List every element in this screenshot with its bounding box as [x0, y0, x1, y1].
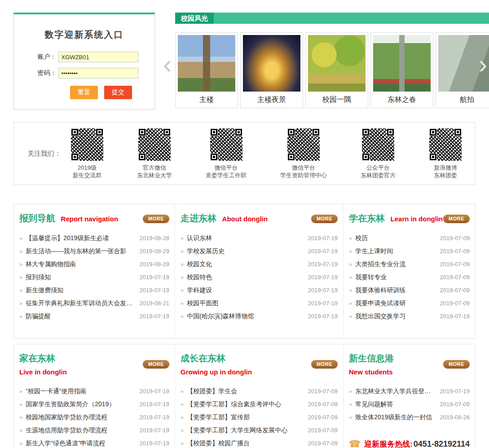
list-item-date: 2019-07-09 — [440, 248, 470, 255]
list-item[interactable]: » 我要申请免试读研 2019-07-09 — [349, 297, 470, 310]
account-input[interactable] — [58, 52, 138, 62]
list-item-text[interactable]: 报到须知 — [26, 273, 135, 281]
double-angle-bullet-icon: » — [19, 414, 22, 421]
list-item-text[interactable]: 新生活动——我与东林的第一张合影 — [26, 247, 135, 255]
campus-photo — [178, 35, 235, 92]
more-button[interactable]: MORE — [311, 360, 338, 368]
submit-button[interactable]: 提交 — [104, 86, 132, 99]
list-item-text[interactable]: 校园地国家助学贷款办理流程 — [26, 413, 135, 422]
list-item-text[interactable]: 校园平面图 — [187, 299, 303, 307]
list-item[interactable]: » 东北林业大学入学兵役登记... 2019-07-19 — [349, 385, 470, 398]
gallery-card[interactable]: 主楼夜景 — [240, 32, 303, 108]
list-item-date: 2019-07-09 — [308, 440, 338, 447]
list-item[interactable]: » 大类招生专业分流 2019-07-09 — [349, 258, 470, 271]
list-item-text[interactable]: 我要申请免试读研 — [355, 299, 435, 307]
list-item-text[interactable]: 中国(哈尔滨)森林博物馆 — [187, 312, 303, 321]
list-item[interactable]: » 新生入学“绿色通道”申请流程 2019-07-19 — [19, 437, 169, 448]
list-item-text[interactable]: 防骗提醒 — [26, 312, 135, 321]
list-item-text[interactable]: 学生上课时间 — [355, 247, 435, 255]
list-item-text[interactable]: 征集开学典礼和新生军训动员大会发言... — [26, 299, 135, 307]
qr-item: 微信平台 学生资助管理中心 — [280, 128, 327, 179]
list-item-text[interactable]: 【党委学工部】综合素质考评中心 — [187, 400, 303, 408]
more-button[interactable]: MORE — [443, 215, 470, 223]
list-item[interactable]: » 认识东林 2019-07-19 — [181, 232, 338, 245]
list-item-text[interactable]: 认识东林 — [187, 234, 303, 242]
qr-code-icon — [287, 128, 320, 161]
list-item-text[interactable]: 东北林业大学入学兵役登记... — [355, 387, 435, 395]
qr-caption-line2: 东北林业大学 — [137, 171, 172, 179]
list-item[interactable]: » 校历 2019-07-09 — [349, 232, 470, 245]
list-item-text[interactable]: 校园特色 — [187, 273, 303, 281]
list-item-text[interactable]: 常见问题解答 — [355, 400, 435, 408]
list-item[interactable]: » 报到须知 2019-07-19 — [19, 271, 169, 284]
list-item-text[interactable]: 学校发展历史 — [187, 247, 303, 255]
double-angle-bullet-icon: » — [349, 274, 352, 281]
list-item-text[interactable]: 新生缴费须知 — [26, 286, 135, 294]
list-item-text[interactable]: 我要转专业 — [355, 273, 435, 281]
list-item-text[interactable]: 我要体验科研训练 — [355, 286, 435, 294]
gallery-card[interactable]: 校园一隅 — [305, 32, 368, 108]
section-title-zh: 走进东林 — [181, 213, 216, 223]
list-item-text[interactable]: 【党委学工部】宣传部 — [187, 413, 303, 422]
list-item-date: 2019-07-09 — [308, 401, 338, 408]
list-item[interactable]: » 校园平面图 2019-07-19 — [181, 297, 338, 310]
list-item-text[interactable]: 我想出国交换学习 — [355, 312, 435, 321]
list-item[interactable]: » 【温馨提示】2019级新生必读 2019-08-28 — [19, 232, 169, 245]
list-item[interactable]: » 新生活动——我与东林的第一张合影 2019-08-29 — [19, 245, 169, 258]
list-item-text[interactable]: 学科建设 — [187, 286, 303, 294]
list-item-text[interactable]: 【党委学工部】大学生网络发展中心 — [187, 426, 303, 435]
list-item[interactable]: » 【校团委】学生会 2019-07-09 — [181, 385, 338, 398]
list-item[interactable]: » 【党委学工部】综合素质考评中心 2019-07-09 — [181, 398, 338, 411]
list-item[interactable]: » 常见问题解答 2019-07-09 — [349, 398, 470, 411]
more-button[interactable]: MORE — [143, 360, 169, 368]
login-title: 数字迎新系统入口 — [14, 29, 154, 41]
list-item[interactable]: » 我要体验科研训练 2019-07-09 — [349, 284, 470, 297]
more-button[interactable]: MORE — [443, 360, 470, 368]
list-item-text[interactable]: 大类招生专业分流 — [355, 260, 435, 268]
list-item-text[interactable]: 生源地信用助学贷款办理流程 — [26, 426, 135, 435]
password-input[interactable] — [58, 68, 138, 79]
chevron-right-icon[interactable]: › — [479, 51, 487, 77]
chevron-left-icon[interactable]: ‹ — [163, 51, 172, 77]
list-item[interactable]: » 【党委学工部】大学生网络发展中心 2019-07-09 — [181, 424, 338, 437]
list-item-text[interactable]: 致全体2019级新生的一封信 — [355, 413, 435, 422]
article-list: » 认识东林 2019-07-19 » 学校发展历史 2019-07-19 » … — [181, 232, 338, 323]
gallery-header-label: 校园风光 — [175, 13, 214, 24]
list-item-text[interactable]: 校园文化 — [187, 260, 303, 268]
list-item[interactable]: » 校园地国家助学贷款办理流程 2019-07-19 — [19, 411, 169, 424]
list-item-text[interactable]: 林大专属购物指南 — [26, 260, 135, 268]
more-button[interactable]: MORE — [311, 215, 338, 223]
list-item[interactable]: » 新生缴费须知 2019-07-19 — [19, 284, 169, 297]
gallery-card[interactable]: 主楼 — [175, 32, 238, 108]
list-item-text[interactable]: “校园一卡通”使用指南 — [26, 387, 135, 395]
list-item-text[interactable]: 校历 — [355, 234, 435, 242]
list-item[interactable]: » 学校发展历史 2019-07-19 — [181, 245, 338, 258]
qr-eye — [71, 153, 79, 161]
list-item[interactable]: » 致全体2019级新生的一封信 2019-08-26 — [349, 411, 470, 424]
list-item[interactable]: » 校园文化 2019-07-19 — [181, 258, 338, 271]
list-item-text[interactable]: 【校团委】学生会 — [187, 387, 303, 395]
more-button[interactable]: MORE — [143, 215, 169, 223]
list-item[interactable]: » “校园一卡通”使用指南 2019-07-19 — [19, 385, 169, 398]
list-item-text[interactable]: 【校团委】校园广播台 — [187, 439, 303, 448]
list-item[interactable]: » 征集开学典礼和新生军训动员大会发言... 2019-08-21 — [19, 297, 169, 310]
list-item[interactable]: » 【校团委】校园广播台 2019-07-09 — [181, 437, 338, 448]
gallery-card[interactable]: 东林之春 — [370, 32, 433, 108]
reset-button[interactable]: 重置 — [70, 86, 98, 99]
double-angle-bullet-icon: » — [181, 313, 184, 320]
list-item-text[interactable]: 新生入学“绿色通道”申请流程 — [26, 439, 135, 448]
list-item[interactable]: » 生源地信用助学贷款办理流程 2019-07-19 — [19, 424, 169, 437]
list-item[interactable]: » 校园特色 2019-07-19 — [181, 271, 338, 284]
list-item[interactable]: » 中国(哈尔滨)森林博物馆 2019-07-19 — [181, 310, 338, 323]
list-item-text[interactable]: 国家学生资助政策简介（2019） — [26, 400, 135, 408]
list-item[interactable]: » 【党委学工部】宣传部 2019-07-09 — [181, 411, 338, 424]
list-item[interactable]: » 学科建设 2019-07-19 — [181, 284, 338, 297]
list-item[interactable]: » 学生上课时间 2019-07-09 — [349, 245, 470, 258]
list-item[interactable]: » 我想出国交换学习 2019-07-19 — [349, 310, 470, 323]
list-item[interactable]: » 我要转专业 2019-07-09 — [349, 271, 470, 284]
campus-gallery: 校园风光 ‹ 主楼 主楼夜景 — [175, 13, 489, 108]
list-item[interactable]: » 防骗提醒 2019-07-19 — [19, 310, 169, 323]
list-item[interactable]: » 林大专属购物指南 2019-08-29 — [19, 258, 169, 271]
list-item-text[interactable]: 【温馨提示】2019级新生必读 — [26, 234, 135, 242]
list-item[interactable]: » 国家学生资助政策简介（2019） 2019-07-19 — [19, 398, 169, 411]
